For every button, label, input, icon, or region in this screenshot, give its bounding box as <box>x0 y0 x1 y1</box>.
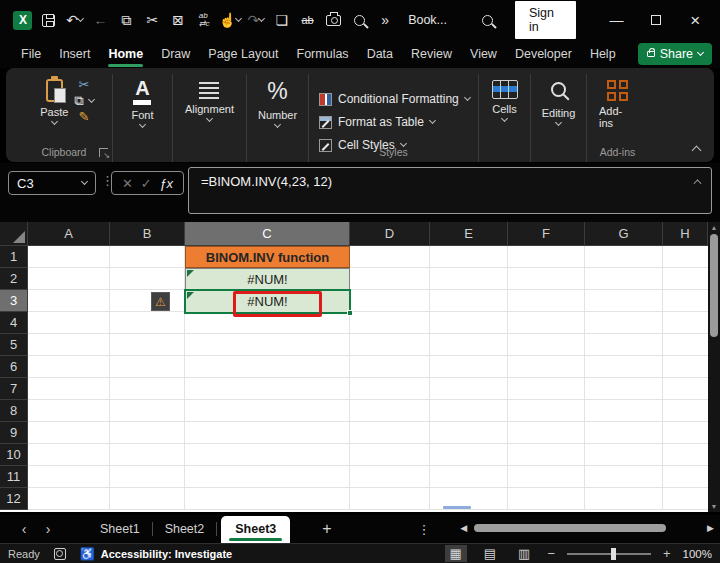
error-checking-button[interactable]: ⚠ <box>151 292 170 311</box>
scroll-up-arrow-icon[interactable]: ▲ <box>708 222 720 233</box>
vertical-scrollbar-thumb[interactable] <box>710 234 718 337</box>
sheet-tab-sheet2[interactable]: Sheet2 <box>153 522 217 536</box>
tab-data[interactable]: Data <box>360 42 400 67</box>
sheet-tab-sheet1[interactable]: Sheet1 <box>88 522 152 536</box>
tab-review[interactable]: Review <box>404 42 459 67</box>
copy-picture-button[interactable]: ⊠ <box>165 5 191 35</box>
horizontal-scrollbar-thumb[interactable] <box>474 524 666 532</box>
sheet-options-button[interactable]: ⋮ <box>418 522 431 537</box>
back-button[interactable]: ← <box>88 5 114 35</box>
name-box[interactable]: C3 <box>8 171 96 195</box>
new-file-button[interactable]: ❏ <box>269 5 295 35</box>
row-header-8[interactable]: 8 <box>0 400 28 422</box>
row-header-5[interactable]: 5 <box>0 334 28 356</box>
camera-button[interactable] <box>321 5 347 35</box>
tab-file[interactable]: File <box>14 42 48 67</box>
cells-area[interactable] <box>28 246 708 510</box>
row-header-4[interactable]: 4 <box>0 312 28 334</box>
conditional-formatting-button[interactable]: Conditional Formatting <box>319 88 470 111</box>
accessibility-status[interactable]: ♿ Accessibility: Investigate <box>80 547 232 561</box>
scroll-left-arrow-icon[interactable]: ◀ <box>460 523 467 533</box>
column-header-g[interactable]: G <box>585 222 663 246</box>
paste-options-chevron[interactable] <box>88 95 95 102</box>
undo-button[interactable]: ↶ <box>62 5 88 35</box>
share-button[interactable]: Share <box>638 43 712 65</box>
new-sheet-button[interactable]: + <box>322 520 331 538</box>
cut-icon[interactable]: ✂ <box>79 78 90 91</box>
row-header-2[interactable]: 2 <box>0 268 28 290</box>
format-painter-icon[interactable]: ✎ <box>79 110 90 123</box>
sheet-tab-sheet3-active[interactable]: Sheet3 <box>221 516 290 543</box>
cell-c2-num-error[interactable]: #NUM! <box>185 268 350 290</box>
minimize-button[interactable]: — <box>602 5 631 35</box>
cancel-icon[interactable]: ✕ <box>122 176 133 191</box>
format-as-table-button[interactable]: Format as Table <box>319 111 435 134</box>
normal-view-button[interactable]: ▦ <box>445 545 467 562</box>
redo-button[interactable]: ↷ <box>243 5 269 35</box>
cell-c1-title[interactable]: BINOM.INV function <box>185 246 350 268</box>
horizontal-scrollbar-track[interactable] <box>471 523 703 533</box>
row-header-12[interactable]: 12 <box>0 488 28 510</box>
cells-menu-button[interactable]: Cells <box>486 74 524 162</box>
next-sheet-button[interactable]: › <box>36 521 60 537</box>
zoom-in-button[interactable]: + <box>663 546 671 561</box>
sign-in-button[interactable]: Sign in <box>515 1 576 39</box>
row-header-10[interactable]: 10 <box>0 444 28 466</box>
select-all-button[interactable] <box>0 222 28 246</box>
vertical-scrollbar[interactable]: ▲ ▼ <box>708 222 720 512</box>
editing-menu-button[interactable]: Editing <box>536 74 582 162</box>
copy-button[interactable]: ⧉ <box>114 5 140 35</box>
workbook-statistics-button[interactable] <box>346 5 372 35</box>
number-menu-button[interactable]: % Number <box>252 74 303 162</box>
scroll-down-arrow-icon[interactable]: ▼ <box>708 501 720 512</box>
previous-sheet-button[interactable]: ‹ <box>12 521 36 537</box>
fill-handle[interactable] <box>347 310 353 316</box>
clipboard-dialog-launcher[interactable] <box>99 148 108 157</box>
row-header-11[interactable]: 11 <box>0 466 28 488</box>
row-header-6[interactable]: 6 <box>0 356 28 378</box>
maximize-button[interactable] <box>641 5 670 35</box>
column-header-h[interactable]: H <box>663 222 708 246</box>
page-break-preview-button[interactable]: ▥ <box>513 545 535 562</box>
touch-mouse-mode-button[interactable]: ☝ <box>217 5 243 35</box>
page-layout-view-button[interactable]: ▤ <box>479 545 501 562</box>
strikethrough-button[interactable]: ab <box>295 5 321 35</box>
row-header-3[interactable]: 3 <box>0 290 28 312</box>
alignment-menu-button[interactable]: Alignment <box>179 74 240 162</box>
row-header-1[interactable]: 1 <box>0 246 28 268</box>
tab-developer[interactable]: Developer <box>508 42 579 67</box>
more-commands-button[interactable]: » <box>372 5 398 35</box>
enter-icon[interactable]: ✓ <box>141 176 152 191</box>
column-header-b[interactable]: B <box>110 222 185 246</box>
insert-function-icon[interactable]: ƒx <box>159 176 173 191</box>
row-header-7[interactable]: 7 <box>0 378 28 400</box>
zoom-level[interactable]: 100% <box>683 548 712 560</box>
collapse-formula-bar-icon[interactable] <box>694 180 702 188</box>
cut-button[interactable]: ✂ <box>139 5 165 35</box>
close-button[interactable]: × <box>681 5 710 35</box>
search-button[interactable] <box>475 5 501 35</box>
column-header-c[interactable]: C <box>185 222 350 246</box>
tab-view[interactable]: View <box>463 42 504 67</box>
formula-input[interactable]: =BINOM.INV(4,23, 12) <box>188 167 712 214</box>
save-button[interactable] <box>36 5 62 35</box>
column-header-e[interactable]: E <box>430 222 508 246</box>
tab-help[interactable]: Help <box>583 42 623 67</box>
zoom-out-button[interactable]: − <box>547 546 555 561</box>
replace-button[interactable]: ab⇄c <box>191 5 217 35</box>
scroll-right-arrow-icon[interactable]: ▶ <box>707 523 714 533</box>
tab-home[interactable]: Home <box>101 42 150 67</box>
zoom-slider[interactable] <box>567 553 651 555</box>
tab-page-layout[interactable]: Page Layout <box>201 42 285 67</box>
copy-icon[interactable]: ⧉ <box>74 94 83 107</box>
horizontal-scrollbar[interactable]: ◀ ▶ <box>460 523 714 533</box>
tab-draw[interactable]: Draw <box>154 42 197 67</box>
column-header-f[interactable]: F <box>508 222 585 246</box>
tab-insert[interactable]: Insert <box>52 42 97 67</box>
macro-record-icon[interactable] <box>54 548 66 560</box>
tab-formulas[interactable]: Formulas <box>290 42 356 67</box>
row-header-9[interactable]: 9 <box>0 422 28 444</box>
column-header-a[interactable]: A <box>28 222 110 246</box>
zoom-slider-thumb[interactable] <box>611 548 616 560</box>
column-header-d[interactable]: D <box>350 222 430 246</box>
